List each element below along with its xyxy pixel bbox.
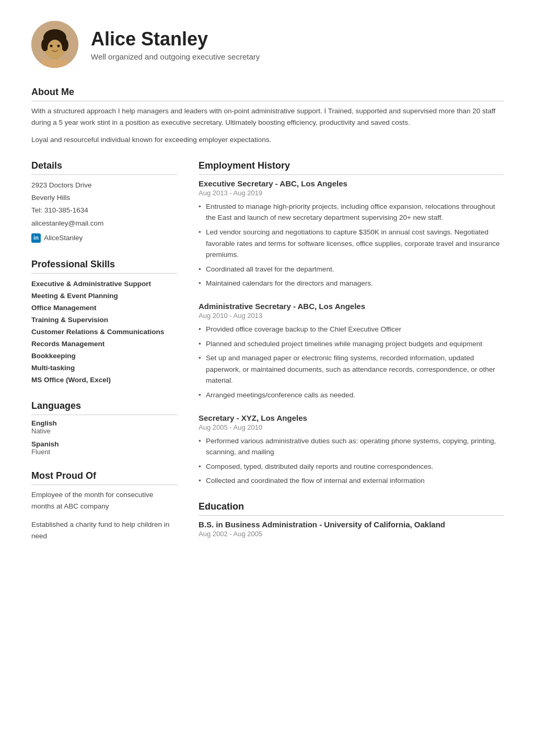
education-entry: B.S. in Business Administration - Univer… [199, 520, 504, 538]
skill-item: Executive & Administrative Support [31, 278, 178, 290]
skills-heading: Professional Skills [31, 259, 178, 274]
job-title: Executive Secretary - ABC, Los Angeles [199, 179, 504, 188]
job-bullet: Led vendor sourcing and negotiations to … [199, 227, 504, 261]
job-bullets: Entrusted to manage high-priority projec… [199, 201, 504, 289]
skill-item: Multi-tasking [31, 362, 178, 374]
skills-list: Executive & Administrative SupportMeetin… [31, 278, 178, 386]
details-heading: Details [31, 160, 178, 175]
proud-list: Employee of the month for consecutive mo… [31, 489, 178, 541]
header-text: Alice Stanley Well organized and outgoin… [91, 28, 260, 61]
education-list: B.S. in Business Administration - Univer… [199, 520, 504, 538]
proud-section: Most Proud Of Employee of the month for … [31, 470, 178, 541]
job-bullet: Set up and managed paper or electronic f… [199, 352, 504, 386]
edu-dates: Aug 2002 - Aug 2005 [199, 530, 504, 538]
about-para-2: Loyal and resourceful individual known f… [31, 134, 504, 146]
candidate-subtitle: Well organized and outgoing executive se… [91, 52, 260, 61]
address-line2: Beverly Hills [31, 192, 178, 204]
svg-point-7 [48, 40, 62, 56]
job-bullet: Planned and scheduled project timelines … [199, 338, 504, 350]
skill-item: Training & Supervision [31, 314, 178, 326]
address-line1: 2923 Doctors Drive [31, 179, 178, 192]
job-bullet: Entrusted to manage high-priority projec… [199, 201, 504, 223]
skill-item: Meeting & Event Planning [31, 290, 178, 302]
job-bullet: Coordinated all travel for the departmen… [199, 264, 504, 275]
language-level: Fluent [31, 448, 178, 456]
about-section: About Me With a structured approach I he… [31, 87, 504, 146]
proud-item: Established a charity fund to help child… [31, 519, 178, 541]
svg-point-5 [41, 39, 49, 51]
employment-section: Employment History Executive Secretary -… [199, 160, 504, 487]
job-bullet: Performed various administrative duties … [199, 435, 504, 458]
job-bullets: Performed various administrative duties … [199, 435, 504, 487]
job-title: Administrative Secretary - ABC, Los Ange… [199, 302, 504, 311]
job-bullet: Provided office coverage backup to the C… [199, 324, 504, 335]
job-title: Secretary - XYZ, Los Angeles [199, 414, 504, 422]
languages-heading: Languages [31, 400, 178, 415]
linkedin-row: in AliceStanley [31, 232, 178, 244]
language-item: SpanishFluent [31, 440, 178, 456]
header-section: Alice Stanley Well organized and outgoin… [31, 21, 504, 68]
skills-section: Professional Skills Executive & Administ… [31, 259, 178, 386]
svg-point-9 [57, 45, 60, 48]
job-entry: Secretary - XYZ, Los AngelesAug 2005 - A… [199, 414, 504, 487]
telephone: Tel: 310-385-1634 [31, 204, 178, 217]
job-entry: Executive Secretary - ABC, Los AngelesAu… [199, 179, 504, 289]
skill-item: Records Management [31, 338, 178, 350]
job-dates: Aug 2013 - Aug 2019 [199, 189, 504, 197]
job-bullet: Collected and coordinated the flow of in… [199, 475, 504, 487]
linkedin-handle: AliceStanley [44, 232, 83, 244]
languages-section: Languages EnglishNativeSpanishFluent [31, 400, 178, 456]
candidate-name: Alice Stanley [91, 28, 260, 50]
skill-item: Customer Relations & Communications [31, 326, 178, 338]
education-section: Education B.S. in Business Administratio… [199, 501, 504, 538]
svg-point-8 [50, 45, 53, 48]
linkedin-icon: in [31, 233, 41, 243]
skill-item: Bookkeeping [31, 350, 178, 362]
proud-heading: Most Proud Of [31, 470, 178, 485]
left-column: Details 2923 Doctors Drive Beverly Hills… [31, 160, 178, 557]
about-para-1: With a structured approach I help manage… [31, 105, 504, 128]
job-bullet: Maintained calendars for the directors a… [199, 278, 504, 289]
job-bullet: Composed, typed, distributed daily repor… [199, 461, 504, 473]
job-bullets: Provided office coverage backup to the C… [199, 324, 504, 401]
job-dates: Aug 2005 - Aug 2010 [199, 423, 504, 431]
details-text: 2923 Doctors Drive Beverly Hills Tel: 31… [31, 179, 178, 244]
skill-item: Office Management [31, 302, 178, 314]
jobs-list: Executive Secretary - ABC, Los AngelesAu… [199, 179, 504, 487]
language-item: EnglishNative [31, 419, 178, 435]
edu-title: B.S. in Business Administration - Univer… [199, 520, 504, 529]
email: alicestanley@mail.com [31, 217, 178, 230]
two-column-layout: Details 2923 Doctors Drive Beverly Hills… [31, 160, 504, 557]
language-name: Spanish [31, 440, 178, 448]
language-level: Native [31, 427, 178, 435]
svg-point-6 [61, 39, 68, 51]
language-name: English [31, 419, 178, 427]
job-bullet: Arranged meetings/conference calls as ne… [199, 389, 504, 401]
details-section: Details 2923 Doctors Drive Beverly Hills… [31, 160, 178, 244]
employment-heading: Employment History [199, 160, 504, 175]
education-heading: Education [199, 501, 504, 516]
about-heading: About Me [31, 87, 504, 101]
svg-rect-10 [42, 60, 68, 68]
job-dates: Aug 2010 - Aug 2013 [199, 312, 504, 320]
job-entry: Administrative Secretary - ABC, Los Ange… [199, 302, 504, 401]
skill-item: MS Office (Word, Excel) [31, 374, 178, 386]
avatar [31, 21, 78, 68]
proud-item: Employee of the month for consecutive mo… [31, 489, 178, 512]
languages-list: EnglishNativeSpanishFluent [31, 419, 178, 456]
right-column: Employment History Executive Secretary -… [199, 160, 504, 557]
